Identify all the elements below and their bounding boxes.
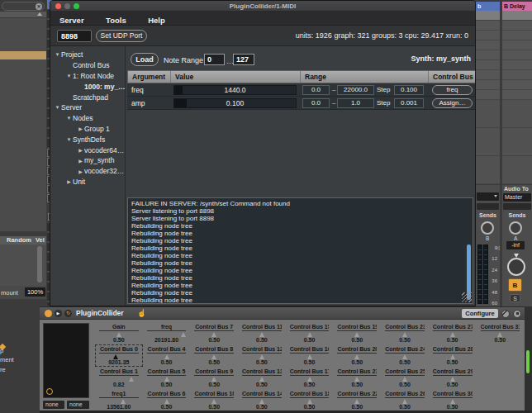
device-parameter[interactable]: Control Bus 30 0.50 xyxy=(429,389,477,411)
device-parameter[interactable]: Control Bus 8 0.50 xyxy=(190,344,238,367)
note-min-input[interactable] xyxy=(204,54,225,65)
note-max-input[interactable] xyxy=(233,54,254,65)
udp-port-input[interactable] xyxy=(57,30,92,42)
pan-knob[interactable] xyxy=(507,258,525,276)
minimize-window-icon[interactable] xyxy=(64,3,70,9)
track-header-b-delay[interactable]: B Delay xyxy=(502,2,532,11)
tree-item[interactable]: ▶ my_synth xyxy=(50,155,125,166)
slider-marker-icon[interactable] xyxy=(211,399,216,404)
browser-search-input[interactable]: ✕ xyxy=(2,2,45,11)
device-dropdown-2[interactable]: none xyxy=(67,401,89,409)
parameter-slider[interactable] xyxy=(99,376,139,382)
slider-marker-icon[interactable] xyxy=(164,354,169,359)
load-button[interactable]: Load xyxy=(131,53,159,66)
scene-row-highlight[interactable] xyxy=(502,11,532,21)
tree-item[interactable]: ▼ SynthDefs xyxy=(50,134,125,145)
slider-marker-icon[interactable] xyxy=(116,332,121,337)
slider-marker-icon[interactable] xyxy=(259,332,264,337)
device-parameter[interactable]: Control Bus 4 0.50 xyxy=(143,344,191,367)
parameter-slider[interactable] xyxy=(194,354,234,359)
resize-grip-icon[interactable] xyxy=(462,292,472,302)
device-parameter[interactable]: Control Bus 5 0.50 xyxy=(143,367,191,389)
slider-marker-icon[interactable] xyxy=(354,377,359,382)
range-max-input[interactable]: 22000.0 xyxy=(337,85,374,95)
slider-marker-icon[interactable] xyxy=(307,354,312,359)
slider-marker-icon[interactable] xyxy=(121,399,126,404)
parameter-slider[interactable] xyxy=(194,331,234,337)
tree-item[interactable]: ▶ Unit xyxy=(50,177,125,188)
configure-button[interactable]: Configure xyxy=(462,309,498,318)
parameter-slider[interactable] xyxy=(433,398,473,404)
parameter-slider[interactable] xyxy=(242,331,282,337)
clip-slots[interactable] xyxy=(476,21,500,100)
device-parameter[interactable]: Control Bus 31 0.50 xyxy=(477,322,525,344)
device-parameter[interactable]: Control Bus 18 0.50 xyxy=(286,389,334,411)
tree-item[interactable]: ▶ vocoder32… xyxy=(50,166,125,177)
disclosure-triangle-icon[interactable]: ▶ xyxy=(77,147,84,153)
device-parameter[interactable]: Control Bus 1 0.82 xyxy=(95,367,143,389)
device-parameter[interactable]: Control Bus 16 0.50 xyxy=(286,344,334,367)
slider-marker-icon[interactable] xyxy=(164,377,169,382)
device-parameter[interactable]: Control Bus 24 0.50 xyxy=(381,344,429,367)
freq-value-slider[interactable]: 1440.0 xyxy=(173,85,297,95)
parameter-slider[interactable] xyxy=(337,376,377,382)
slider-marker-icon[interactable] xyxy=(354,399,359,404)
device-preview-icon[interactable]: ▶ xyxy=(55,310,62,317)
disclosure-triangle-icon[interactable]: ▼ xyxy=(54,52,61,57)
slider-marker-icon[interactable] xyxy=(402,354,407,359)
parameter-slider[interactable] xyxy=(433,331,473,337)
clip-slots[interactable] xyxy=(502,100,532,184)
parameter-slider[interactable] xyxy=(147,376,187,382)
parameter-slider[interactable] xyxy=(433,376,473,382)
device-activator-icon[interactable] xyxy=(45,310,52,317)
send-a-knob[interactable] xyxy=(509,221,522,235)
output-dropdown[interactable] xyxy=(477,192,499,201)
device-parameter[interactable]: Control Bus 6 0.50 xyxy=(143,389,191,411)
step-input[interactable]: 0.001 xyxy=(394,98,424,108)
parameter-slider[interactable] xyxy=(147,331,187,337)
device-dropdown-1[interactable]: none xyxy=(43,401,64,409)
parameter-slider[interactable] xyxy=(290,398,330,404)
slider-marker-icon[interactable] xyxy=(181,332,186,337)
device-parameter[interactable]: Control Bus 25 0.50 xyxy=(381,367,429,389)
parameter-slider[interactable] xyxy=(194,376,234,382)
device-parameter[interactable]: Control Bus 27 0.50 xyxy=(429,322,477,344)
tree-item[interactable]: ▼ Nodes xyxy=(50,113,125,124)
tree-item[interactable]: ▼ Server xyxy=(50,102,125,113)
control-bus-freq-button[interactable]: freq xyxy=(432,85,473,95)
step-input[interactable]: 0.100 xyxy=(394,85,424,95)
clip-slots[interactable] xyxy=(476,100,500,184)
parameter-slider[interactable] xyxy=(290,354,330,359)
slider-marker-icon[interactable] xyxy=(113,354,118,359)
slider-marker-icon[interactable] xyxy=(497,332,502,337)
parameter-slider[interactable] xyxy=(385,331,425,337)
parameter-slider[interactable] xyxy=(194,398,234,404)
slider-marker-icon[interactable] xyxy=(129,377,134,382)
plugin-edit-icon[interactable] xyxy=(501,310,510,318)
track-activator-b[interactable]: B xyxy=(508,278,522,292)
disclosure-triangle-icon[interactable]: ▶ xyxy=(65,178,73,184)
device-parameter[interactable]: Gain 0.50 xyxy=(95,322,143,344)
slider-marker-icon[interactable] xyxy=(211,377,216,382)
range-min-input[interactable]: 0.0 xyxy=(302,98,330,108)
device-parameter[interactable]: Control Bus 22 0.50 xyxy=(333,389,381,411)
slider-marker-icon[interactable] xyxy=(354,332,359,337)
device-parameter[interactable]: Control Bus 21 0.50 xyxy=(333,367,381,389)
disclosure-triangle-icon[interactable]: ▼ xyxy=(54,105,61,110)
disclosure-triangle-icon[interactable]: ▶ xyxy=(77,126,84,131)
slider-marker-icon[interactable] xyxy=(259,399,264,404)
device-parameter[interactable]: freq1 13561.60 xyxy=(95,389,143,411)
tree-item[interactable]: ▶ vocoder64… xyxy=(50,145,125,155)
parameter-slider[interactable] xyxy=(147,354,187,359)
slider-marker-icon[interactable] xyxy=(402,399,407,404)
tree-item[interactable]: ▶ Group 1 xyxy=(50,124,125,135)
slider-marker-icon[interactable] xyxy=(450,399,455,404)
device-parameter[interactable]: Control Bus 7 0.50 xyxy=(190,322,238,344)
range-max-input[interactable]: 1.0 xyxy=(337,98,374,108)
slider-marker-icon[interactable] xyxy=(402,332,407,337)
disclosure-triangle-icon[interactable]: ▼ xyxy=(65,137,73,142)
device-parameter[interactable]: Control Bus 12 0.50 xyxy=(238,344,286,367)
disclosure-triangle-icon[interactable]: ▼ xyxy=(65,116,73,121)
disclosure-triangle-icon[interactable]: ▼ xyxy=(65,74,73,78)
parameter-slider[interactable] xyxy=(242,354,282,359)
